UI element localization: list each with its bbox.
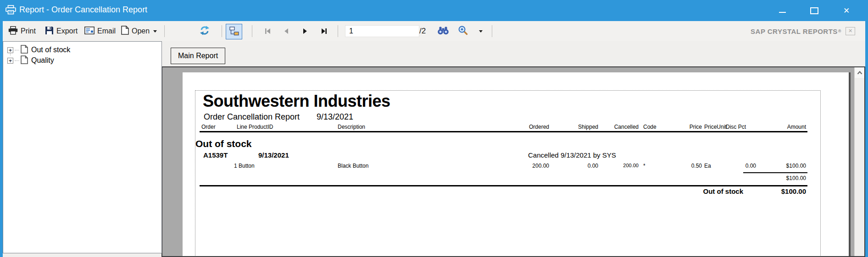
previous-page-icon	[283, 28, 289, 34]
cancel-note: Cancelled 9/13/2021 by SYS	[528, 151, 616, 159]
column-header-disc-pct: Disc Pct	[691, 124, 746, 130]
window-border-right	[865, 0, 868, 257]
print-button[interactable]: Print	[8, 21, 36, 41]
group-total-label: Out of stock	[651, 187, 743, 195]
logo-dismiss-icon: ✕	[848, 28, 852, 33]
column-header-ordered: Ordered	[494, 124, 549, 130]
group-header: Out of stock	[195, 138, 252, 149]
open-label: Open	[132, 27, 150, 35]
last-page-button[interactable]	[316, 24, 332, 38]
find-button[interactable]	[437, 21, 450, 41]
open-button[interactable]: Open	[121, 21, 157, 41]
refresh-icon	[199, 26, 210, 37]
document-icon	[21, 55, 28, 66]
report-date: 9/13/2021	[317, 112, 353, 122]
tree-connector-dots	[15, 60, 19, 61]
tree-item-out-of-stock[interactable]: + Out of stock	[3, 44, 70, 55]
refresh-button[interactable]	[199, 21, 210, 41]
window-border-left	[0, 0, 3, 257]
zoom-button[interactable]	[458, 21, 468, 41]
group-total-amount: $100.00	[751, 187, 806, 195]
tab-label: Main Report	[178, 52, 218, 60]
binoculars-icon	[437, 26, 450, 37]
detail-line-productid: 1 Button	[234, 163, 255, 169]
detail-price: 0.50	[647, 163, 702, 169]
maximize-button[interactable]	[806, 3, 823, 18]
group-tree-icon	[229, 26, 239, 38]
title-bar: Report - Order Cancellation Report ✕	[0, 0, 868, 21]
first-page-icon	[264, 28, 272, 34]
toolbar-separator	[252, 25, 252, 37]
expand-icon[interactable]: +	[7, 47, 13, 53]
detail-ordered: 200.00	[494, 163, 549, 169]
toolbar-separator	[164, 25, 165, 37]
zoom-dropdown-button[interactable]	[478, 21, 483, 41]
group-total-line	[200, 185, 807, 186]
export-label: Export	[56, 27, 78, 35]
document-icon	[21, 45, 28, 55]
last-page-icon	[320, 28, 328, 34]
detail-description: Black Button	[338, 163, 368, 169]
email-button[interactable]: Email	[84, 21, 116, 41]
window-title: Report - Order Cancellation Report	[19, 5, 147, 15]
group-tree-toggle-button[interactable]	[226, 24, 242, 39]
close-icon: ✕	[843, 6, 850, 16]
next-page-icon	[302, 28, 308, 34]
next-page-button[interactable]	[297, 24, 313, 38]
order-id: A1539T	[203, 151, 228, 159]
tree-item-label: Out of stock	[31, 46, 70, 54]
detail-cancelled: 200.00	[584, 163, 639, 168]
detail-disc-pct: 0.00	[701, 163, 756, 169]
page-number-input[interactable]	[345, 25, 419, 37]
report-subtitle: Order Cancellation Report	[204, 112, 300, 122]
page-total-label: /2	[419, 21, 426, 41]
first-page-button[interactable]	[260, 24, 275, 38]
logo-dismiss-button[interactable]: ✕	[846, 27, 855, 35]
report-viewer-area: Southwestern Industries Order Cancellati…	[161, 66, 865, 257]
print-icon	[8, 26, 18, 37]
export-icon	[45, 26, 54, 37]
scroll-up-button[interactable]	[855, 67, 864, 78]
tree-item-quality[interactable]: + Quality	[3, 55, 54, 66]
chevron-up-icon	[857, 71, 862, 75]
report-page: Southwestern Industries Order Cancellati…	[183, 72, 851, 257]
printer-icon	[6, 5, 16, 16]
toolbar: Print Export	[3, 21, 865, 41]
export-button[interactable]: Export	[45, 21, 78, 41]
minimize-icon	[779, 12, 786, 13]
group-tree-panel: + Out of stock + Quality	[3, 41, 162, 253]
sap-crystal-reports-logo: SAP CRYSTAL REPORTS®	[751, 21, 841, 41]
previous-page-button[interactable]	[278, 24, 294, 38]
detail-amount: $100.00	[751, 163, 806, 169]
column-header-cancelled: Cancelled	[584, 124, 639, 130]
report-company-title: Southwestern Industries	[203, 92, 390, 111]
header-underline	[200, 131, 807, 132]
tree-item-label: Quality	[31, 56, 54, 65]
brand-registered-mark: ®	[838, 29, 841, 33]
open-file-icon	[121, 26, 129, 37]
email-icon	[84, 27, 95, 36]
column-header-description: Description	[338, 124, 365, 130]
zoom-dropdown-icon	[479, 30, 483, 33]
brand-label: SAP CRYSTAL REPORTS	[751, 27, 838, 35]
report-viewer-window: Report - Order Cancellation Report ✕ Pri…	[0, 0, 868, 257]
column-header-amount: Amount	[751, 124, 806, 130]
tab-main-report[interactable]: Main Report	[171, 48, 225, 64]
minimize-button[interactable]	[773, 3, 791, 18]
print-label: Print	[21, 27, 36, 35]
email-label: Email	[97, 27, 116, 35]
maximize-icon	[810, 7, 818, 14]
vertical-scrollbar[interactable]	[854, 67, 864, 256]
toolbar-separator	[492, 25, 492, 37]
toolbar-separator	[222, 25, 222, 37]
expand-icon[interactable]: +	[7, 58, 13, 64]
close-button[interactable]: ✕	[838, 3, 855, 18]
open-dropdown-icon	[153, 30, 157, 33]
subtotal-line	[743, 172, 807, 173]
detail-code: *	[643, 163, 645, 169]
zoom-magnifier-icon	[458, 26, 468, 37]
column-header-order: Order	[201, 124, 216, 130]
order-date: 9/13/2021	[258, 151, 289, 159]
toolbar-separator	[338, 25, 338, 37]
subtotal-amount: $100.00	[751, 175, 806, 181]
